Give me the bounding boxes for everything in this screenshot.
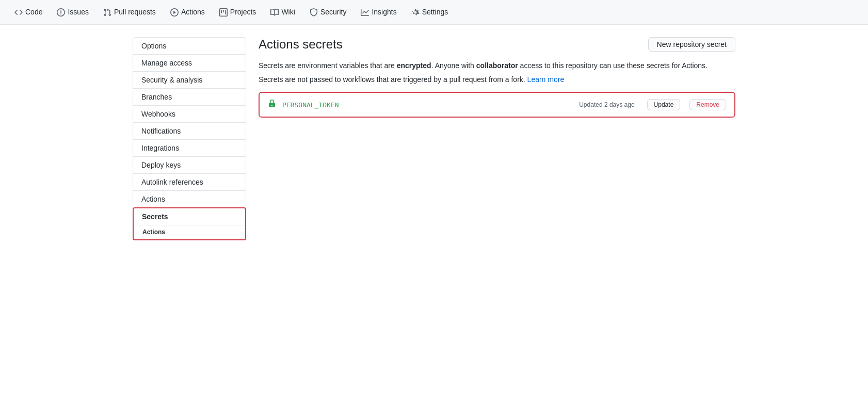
settings-icon — [411, 8, 420, 17]
projects-icon — [219, 8, 228, 17]
sidebar-item-notifications[interactable]: Notifications — [133, 122, 246, 139]
nav-label-code: Code — [25, 8, 42, 16]
sidebar-item-autolink-references[interactable]: Autolink references — [133, 173, 246, 190]
security-icon — [310, 8, 318, 17]
description-bold-collaborator: collaborator — [476, 61, 518, 70]
lock-icon — [268, 100, 276, 110]
wiki-icon — [270, 8, 279, 17]
code-icon — [14, 8, 23, 17]
nav-label-insights: Insights — [372, 8, 396, 16]
sidebar-subsection-actions: Actions — [134, 225, 245, 239]
nav-item-insights[interactable]: Insights — [355, 4, 403, 21]
page-title: Actions secrets — [259, 37, 343, 52]
learn-more-link[interactable]: Learn more — [527, 75, 565, 84]
nav-label-pr: Pull requests — [114, 8, 156, 16]
sidebar-item-integrations[interactable]: Integrations — [133, 139, 246, 156]
sidebar-item-options[interactable]: Options — [133, 37, 246, 54]
nav-item-actions[interactable]: Actions — [164, 4, 211, 21]
nav-label-actions: Actions — [181, 8, 205, 16]
nav-item-pull-requests[interactable]: Pull requests — [97, 4, 162, 21]
description-secondary: Secrets are not passed to workflows that… — [259, 75, 735, 84]
sidebar-item-deploy-keys[interactable]: Deploy keys — [133, 156, 246, 173]
top-nav: Code Issues Pull requests — [0, 0, 868, 25]
new-secret-button[interactable]: New repository secret — [648, 37, 735, 52]
page-layout: Options Manage access Security & analysi… — [124, 25, 744, 253]
secret-name: PERSONAL_TOKEN — [282, 101, 573, 109]
sidebar: Options Manage access Security & analysi… — [133, 37, 246, 240]
sidebar-item-security-analysis[interactable]: Security & analysis — [133, 71, 246, 88]
pr-icon — [103, 8, 111, 17]
insights-icon — [361, 8, 369, 17]
sidebar-item-manage-access[interactable]: Manage access — [133, 54, 246, 71]
sidebar-item-secrets[interactable]: Secrets — [134, 208, 245, 225]
secret-row: PERSONAL_TOKEN Updated 2 days ago Update… — [260, 93, 734, 117]
description-mid: . Anyone with — [431, 61, 476, 70]
nav-item-issues[interactable]: Issues — [51, 4, 94, 21]
secrets-box: PERSONAL_TOKEN Updated 2 days ago Update… — [259, 92, 735, 118]
nav-item-wiki[interactable]: Wiki — [264, 4, 301, 21]
nav-label-projects: Projects — [230, 8, 256, 16]
sidebar-secrets-section: Secrets Actions — [133, 207, 246, 240]
description-prefix: Secrets are environment variables that a… — [259, 61, 397, 70]
nav-item-settings[interactable]: Settings — [405, 4, 455, 21]
issues-icon — [57, 8, 65, 17]
update-button[interactable]: Update — [647, 99, 681, 110]
page-header: Actions secrets New repository secret — [259, 37, 735, 52]
sidebar-item-branches[interactable]: Branches — [133, 88, 246, 105]
sidebar-item-webhooks[interactable]: Webhooks — [133, 105, 246, 122]
description-suffix: access to this repository can use these … — [518, 61, 708, 70]
secret-updated: Updated 2 days ago — [579, 101, 634, 108]
nav-item-projects[interactable]: Projects — [213, 4, 263, 21]
actions-icon — [170, 8, 179, 17]
sidebar-item-actions-settings[interactable]: Actions — [133, 190, 246, 207]
nav-item-code[interactable]: Code — [8, 4, 49, 21]
nav-label-issues: Issues — [68, 8, 88, 16]
nav-item-security[interactable]: Security — [303, 4, 353, 21]
description2-prefix: Secrets are not passed to workflows that… — [259, 75, 527, 84]
nav-label-security: Security — [320, 8, 347, 16]
nav-label-settings: Settings — [422, 8, 448, 16]
nav-label-wiki: Wiki — [281, 8, 295, 16]
description-bold-encrypted: encrypted — [397, 61, 431, 70]
description-main: Secrets are environment variables that a… — [259, 60, 735, 71]
remove-button[interactable]: Remove — [689, 99, 726, 110]
main-content: Actions secrets New repository secret Se… — [259, 37, 735, 240]
